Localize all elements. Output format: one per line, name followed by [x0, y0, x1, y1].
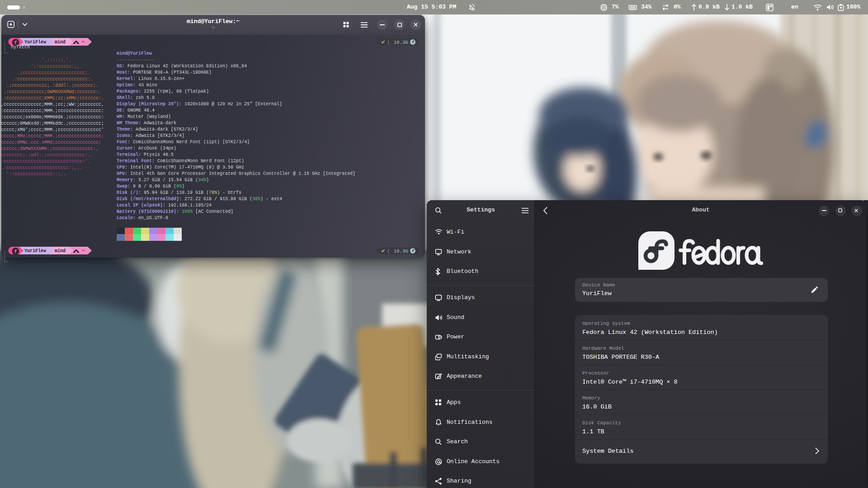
- svg-text:~: ~: [82, 40, 85, 45]
- svg-text:⟨: ⟨: [387, 249, 389, 254]
- svg-text:10.3G: 10.3G: [394, 40, 408, 45]
- svg-text:mind: mind: [55, 40, 66, 45]
- svg-text:f: f: [14, 249, 17, 254]
- svg-text:~: ~: [82, 249, 85, 253]
- svg-text:✔: ✔: [381, 249, 385, 254]
- svg-text:YuriFlew: YuriFlew: [24, 249, 46, 253]
- svg-text:✔: ✔: [381, 40, 385, 45]
- svg-text:10.3G: 10.3G: [394, 249, 408, 254]
- svg-text:mind: mind: [55, 249, 66, 253]
- svg-text:⟨: ⟨: [387, 40, 389, 45]
